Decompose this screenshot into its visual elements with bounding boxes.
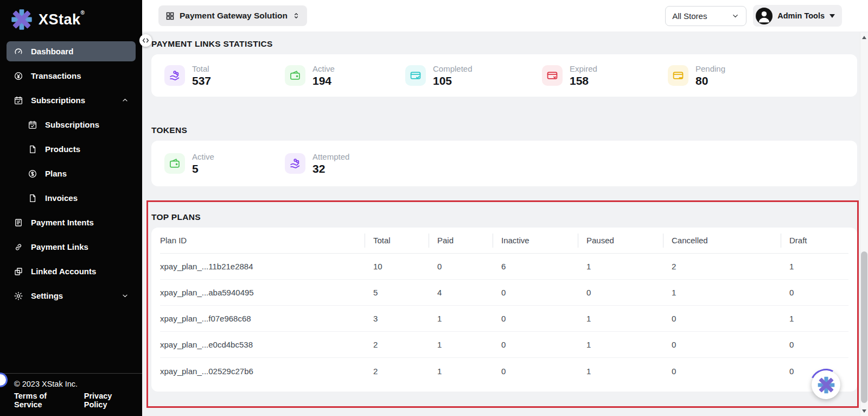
gauge-icon <box>14 47 23 56</box>
sidebar-item-payment-intents[interactable]: Payment Intents <box>7 212 136 232</box>
user-menu-label: Admin Tools <box>777 11 825 20</box>
paused-cell: 1 <box>578 340 663 349</box>
sidebar-item-linked-accounts[interactable]: Linked Accounts <box>7 261 136 281</box>
privacy-policy-link[interactable]: Privacy Policy <box>84 392 131 409</box>
payment-links-statistics-title: PAYMENT LINKS STATISTICS <box>151 39 857 49</box>
draft-cell: 0 <box>781 340 848 349</box>
column-header-plan-id: Plan ID <box>160 236 365 245</box>
payment-links-statistics-card: Total 537 Active 194 Completed <box>151 54 857 97</box>
total-cell: 3 <box>365 314 429 323</box>
stat-label: Active <box>192 152 214 161</box>
sidebar-item-label: Invoices <box>45 193 78 203</box>
sidebar-item-label: Payment Intents <box>31 218 94 227</box>
link-icon <box>14 242 23 252</box>
chevron-up-icon <box>122 97 129 104</box>
sidebar-item-label: Payment Links <box>31 242 88 251</box>
stat-active: Active 194 <box>285 64 405 87</box>
plan-id-cell: xpay_plan_...aba5940495 <box>160 288 365 297</box>
caret-down-icon <box>829 14 835 18</box>
solution-selector-label: Payment Gateway Solution <box>180 11 288 21</box>
column-header-total: Total <box>365 236 429 245</box>
xstak-floating-button[interactable] <box>812 370 840 399</box>
stat-label: Completed <box>433 64 473 73</box>
sidebar-item-label: Subscriptions <box>45 120 99 129</box>
tokens-title: TOKENS <box>151 125 857 135</box>
plan-id-cell: xpay_plan_...e0cd4bc538 <box>160 340 365 349</box>
file-icon <box>28 193 37 203</box>
stat-label: Total <box>192 64 211 73</box>
stat-pending: Pending 80 <box>668 64 788 87</box>
total-cell: 10 <box>365 262 429 271</box>
column-header-paid: Paid <box>429 236 493 245</box>
stat-total: Total 537 <box>164 64 285 87</box>
sidebar-item-invoices[interactable]: Invoices <box>21 188 136 208</box>
top-plans-title: TOP PLANS <box>151 212 857 222</box>
stat-tokens-attempted: Attempted 32 <box>285 152 405 175</box>
stat-value: 158 <box>570 74 597 87</box>
sidebar-item-label: Plans <box>45 169 67 178</box>
sidebar-item-subscriptions-sub[interactable]: Subscriptions <box>21 115 136 135</box>
grid-icon <box>165 11 175 21</box>
stat-value: 5 <box>192 162 214 175</box>
draft-cell: 0 <box>781 288 848 297</box>
scrollbar-thumb[interactable] <box>861 251 867 403</box>
stat-label: Pending <box>695 64 725 73</box>
solution-selector-button[interactable]: Payment Gateway Solution <box>158 5 307 26</box>
sidebar-item-payment-links[interactable]: Payment Links <box>7 237 136 257</box>
paused-cell: 0 <box>578 288 663 297</box>
total-cell: 5 <box>365 288 429 297</box>
vertical-scrollbar[interactable] <box>860 33 868 416</box>
scroll-up-arrow[interactable] <box>862 36 866 39</box>
top-plans-table: Plan ID Total Paid Inactive Paused Cance… <box>151 228 857 392</box>
brand-trademark: ® <box>81 10 85 16</box>
cancelled-cell: 0 <box>663 314 781 323</box>
total-cell: 2 <box>365 340 429 349</box>
sidebar-item-plans[interactable]: Plans <box>21 163 136 184</box>
paused-cell: 1 <box>578 367 663 376</box>
chevrons-up-down-icon <box>292 12 300 20</box>
sidebar-item-dashboard[interactable]: Dashboard <box>7 41 136 61</box>
sidebar-item-label: Transactions <box>31 71 81 80</box>
wallet-icon <box>164 153 185 174</box>
brand-name: XStak® <box>39 8 85 31</box>
stat-completed: Completed 105 <box>405 64 542 87</box>
terminal-icon <box>14 218 23 228</box>
table-row: xpay_plan_...e0cd4bc538 2 1 0 1 0 0 <box>160 332 848 358</box>
plan-id-cell: xpay_plan_...f07e968c68 <box>160 314 365 323</box>
sidebar-item-label: Linked Accounts <box>31 267 96 276</box>
table-row: xpay_plan_...aba5940495 5 4 0 0 1 0 <box>160 280 848 306</box>
sidebar: XStak® Dashboard Transactions Subscripti… <box>0 0 142 416</box>
sidebar-item-transactions[interactable]: Transactions <box>7 66 136 86</box>
table-row: xpay_plan_...02529c27b6 2 1 0 1 0 0 <box>160 358 848 384</box>
currency-circle-icon <box>14 71 23 81</box>
stat-value: 32 <box>312 162 349 175</box>
gear-icon <box>14 291 23 301</box>
paused-cell: 1 <box>578 262 663 271</box>
sidebar-collapse-toggle[interactable] <box>139 34 152 47</box>
main-area: Payment Gateway Solution All Stores Admi… <box>142 0 868 416</box>
sidebar-item-label: Subscriptions <box>31 96 85 105</box>
scroll-down-arrow[interactable] <box>862 409 866 413</box>
cancelled-cell: 0 <box>663 367 781 376</box>
store-selector[interactable]: All Stores <box>665 6 746 26</box>
cancelled-cell: 0 <box>663 340 781 349</box>
sidebar-item-subscriptions[interactable]: Subscriptions <box>7 90 136 110</box>
stat-value: 194 <box>312 74 335 87</box>
hand-coins-icon <box>285 153 305 174</box>
stat-value: 537 <box>192 74 211 87</box>
stat-label: Active <box>312 64 335 73</box>
table-header-row: Plan ID Total Paid Inactive Paused Cance… <box>160 228 848 254</box>
copyright-text: © 2023 XStak Inc. <box>14 380 131 388</box>
table-row: xpay_plan_...11b21e2884 10 0 6 1 2 1 <box>160 254 848 280</box>
paid-cell: 0 <box>429 262 493 271</box>
calendar-check-icon <box>28 120 37 130</box>
terms-of-service-link[interactable]: Terms of Service <box>14 392 70 409</box>
inactive-cell: 0 <box>493 288 578 297</box>
sidebar-item-settings[interactable]: Settings <box>7 286 136 306</box>
sidebar-item-products[interactable]: Products <box>21 139 136 159</box>
page-icon <box>28 144 37 154</box>
stat-label: Expired <box>570 64 597 73</box>
draft-cell: 1 <box>781 262 848 271</box>
user-menu[interactable]: Admin Tools <box>753 5 842 27</box>
card-minus-icon <box>668 65 688 86</box>
